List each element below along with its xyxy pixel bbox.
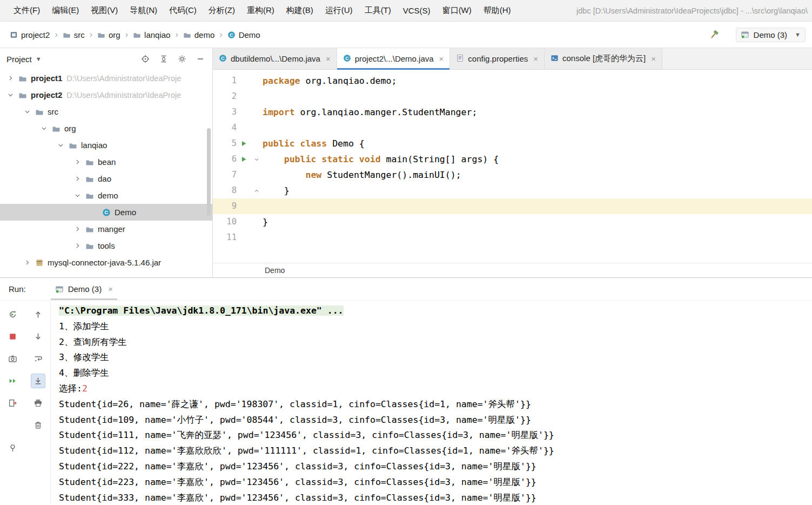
stop-icon[interactable] [5,329,20,344]
menu-item[interactable]: 视图(V) [85,5,124,16]
code-line[interactable]: 10} [213,214,812,230]
project-panel-title[interactable]: Project ▼ [6,55,42,64]
breadcrumb-item[interactable]: demo [181,29,217,41]
close-icon[interactable]: × [326,54,331,63]
code-line[interactable]: 1package org.lanqiao.demo; [213,73,812,89]
breadcrumb-item[interactable]: lanqiao [131,29,172,41]
code-line[interactable]: 4 [213,120,812,136]
code-line[interactable]: 8 } [213,183,812,198]
breadcrumb-item[interactable]: CDemo [225,29,263,41]
chevron-right-icon[interactable] [71,158,83,165]
code-editor[interactable]: 1package org.lanqiao.demo;23import org.l… [213,70,812,263]
console-line: 3、修改学生 [59,350,812,366]
tree-item-org[interactable]: org [0,120,212,137]
exit-icon[interactable] [5,396,20,410]
code-line[interactable]: 11 [213,230,812,245]
scrollbar-thumb[interactable] [207,128,211,216]
menu-item[interactable]: 代码(C) [163,5,203,16]
gear-icon[interactable] [178,55,186,63]
close-icon[interactable]: × [651,54,656,63]
breadcrumb-item[interactable]: project2 [8,29,52,41]
tree-item-src[interactable]: src [0,103,212,120]
chevron-down-icon[interactable] [4,91,16,98]
scroll-to-end-icon[interactable] [31,374,45,388]
code-line[interactable]: 3import org.lanqiao.manger.StudentManger… [213,104,812,120]
tree-item-lanqiao[interactable]: lanqiao [0,137,212,154]
restart-icon[interactable] [5,374,20,388]
tree-item-demo[interactable]: CDemo [0,204,212,221]
run-line-icon[interactable] [237,151,251,167]
code-line[interactable]: 7 new StudentManger().mainUI(); [213,167,812,183]
editor-tab-label: project2\...\Demo.java [355,54,434,63]
menu-item[interactable]: 编辑(E) [46,5,85,16]
rerun-icon[interactable] [5,307,20,322]
up-arrow-icon[interactable] [31,307,45,322]
chevron-down-icon[interactable] [55,142,66,149]
down-arrow-icon[interactable] [31,329,45,344]
chevron-down-icon[interactable] [71,192,83,199]
tree-item-bean[interactable]: bean [0,154,212,170]
menu-item[interactable]: 运行(U) [319,5,359,16]
editor-breadcrumb-item[interactable]: Demo [265,266,285,275]
target-icon[interactable] [141,55,150,63]
run-tab[interactable]: Demo (3) × [51,278,117,300]
tree-item-dao[interactable]: dao [0,170,212,187]
tree-item-demo[interactable]: demo [0,187,212,204]
svg-text:C: C [230,32,233,37]
chevron-right-icon[interactable] [71,242,83,249]
tree-item-project1[interactable]: project1D:\Users\Administrator\IdeaProje [0,70,212,87]
build-hammer-icon[interactable] [709,29,720,40]
breadcrumb-item[interactable]: src [61,29,87,41]
menu-item[interactable]: 窗口(W) [437,5,478,16]
tree-item-project2[interactable]: project2D:\Users\Administrator\IdeaProje [0,87,212,103]
code-line[interactable]: 2 [213,89,812,104]
pin-icon[interactable] [5,441,20,455]
chevron-right-icon[interactable] [21,259,33,266]
thread-dump-icon[interactable] [5,351,20,366]
console-icon [551,54,559,64]
soft-wrap-icon[interactable] [31,351,45,366]
minimize-icon[interactable] [196,55,205,63]
run-config-selector[interactable]: Demo (3) ▼ [736,28,806,42]
tree-item-tools[interactable]: tools [0,237,212,254]
menu-item[interactable]: 工具(T) [359,5,397,16]
menu-item[interactable]: 重构(R) [241,5,280,16]
run-line-icon[interactable] [237,136,251,151]
editor-area: Cdbutildemo\...\Demo.java×Cproject2\...\… [213,48,812,277]
chevron-down-icon[interactable] [21,108,33,115]
fold-gutter [251,89,263,104]
editor-tab[interactable]: Cdbutildemo\...\Demo.java× [213,48,337,69]
console-output[interactable]: "C:\Program Files\Java\jdk1.8.0_171\bin\… [51,301,812,505]
menu-item[interactable]: 构建(B) [280,5,319,16]
menu-item[interactable]: VCS(S) [397,6,437,15]
code-line[interactable]: 6 public static void main(String[] args)… [213,151,812,167]
editor-tab[interactable]: config.properties× [450,48,545,69]
editor-tab[interactable]: console [虎哥的华为云]× [545,48,662,69]
menu-item[interactable]: 分析(Z) [203,5,241,16]
menu-item[interactable]: 导航(N) [124,5,163,16]
chevron-down-icon[interactable] [38,125,50,132]
fold-up-icon[interactable] [251,183,263,198]
clear-icon[interactable] [31,418,45,433]
code-text: } [263,183,290,198]
collapse-all-icon[interactable] [159,55,168,63]
code-line[interactable]: 5public class Demo { [213,136,812,151]
close-icon[interactable]: × [439,54,444,63]
chevron-right-icon[interactable] [71,175,83,182]
jar-icon [33,258,46,267]
print-icon[interactable] [31,396,45,410]
close-icon[interactable]: × [533,54,538,63]
tree-item-manger[interactable]: manger [0,221,212,237]
fold-down-icon[interactable] [251,151,263,167]
code-line[interactable]: 9 [213,198,812,214]
editor-tab[interactable]: Cproject2\...\Demo.java× [337,48,451,69]
close-icon[interactable]: × [108,284,113,294]
idea-window: 文件(F)编辑(E)视图(V)导航(N)代码(C)分析(Z)重构(R)构建(B)… [0,0,812,505]
menu-item[interactable]: 帮助(H) [478,5,517,16]
chevron-right-icon[interactable] [71,225,83,232]
menu-item[interactable]: 文件(F) [8,5,46,16]
tree-item-mysql-connector-java-5-1-46-jar[interactable]: mysql-connector-java-5.1.46.jar [0,254,212,271]
breadcrumb-item[interactable]: org [95,29,123,41]
chevron-right-icon[interactable] [4,75,16,82]
console-line: 1、添加学生 [59,319,812,335]
